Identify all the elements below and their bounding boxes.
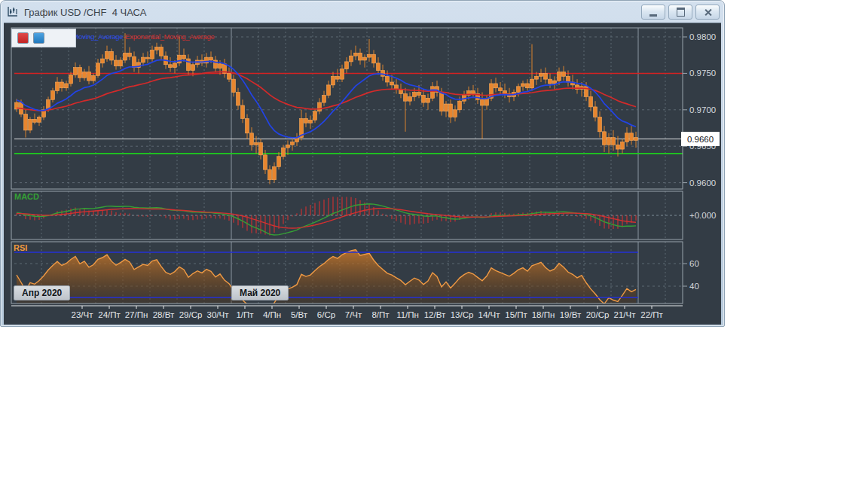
minimize-button[interactable] — [641, 5, 665, 20]
restore-icon — [677, 8, 685, 17]
macd-layer — [17, 197, 636, 235]
minimize-icon — [649, 14, 657, 17]
current-price-badge: 0.9660 — [681, 132, 720, 146]
date-tick-label: 29/Ср — [179, 310, 203, 319]
chart-canvas[interactable]: 0.98000.97500.97000.96500.9600+0.0006040… — [4, 23, 721, 325]
price-tick-label: 0.9700 — [689, 105, 716, 114]
window-title: График USD /CHF 4 ЧАСА — [24, 7, 146, 18]
legend-box — [11, 29, 76, 47]
month-badge-may: Май 2020 — [231, 285, 289, 300]
price-tick-label: 0.9750 — [689, 69, 716, 78]
ema-fast-line — [17, 59, 636, 138]
rsi-tick-label: 40 — [689, 282, 699, 291]
macd-line — [17, 204, 636, 235]
candles-layer — [15, 33, 638, 184]
date-tick-label: 6/Ср — [317, 310, 335, 319]
date-tick-label: 5/Вт — [291, 310, 308, 319]
chart-client: 0.98000.97500.97000.96500.9600+0.0006040… — [4, 23, 721, 325]
date-tick-label: 8/Пт — [371, 310, 390, 319]
red-series-button[interactable] — [17, 32, 29, 44]
date-tick-label: 14/Чт — [478, 310, 501, 319]
month-badge-april: Апр 2020 — [14, 285, 70, 300]
macd-signal-line — [17, 209, 636, 228]
date-tick-label: 24/Пт — [98, 310, 121, 319]
close-button[interactable] — [695, 5, 720, 20]
price-tick-label: 0.9600 — [689, 178, 716, 188]
chart-window: График USD /CHF 4 ЧАСА 0.98000.97500.970… — [0, 0, 725, 327]
date-tick-label: 30/Чт — [207, 310, 230, 319]
date-tick-label: 21/Чт — [614, 310, 637, 319]
restore-button[interactable] — [668, 5, 692, 20]
date-tick-label: 20/Ср — [586, 310, 610, 319]
date-tick-label: 11/Пн — [396, 310, 419, 319]
window-controls — [641, 5, 720, 20]
ema-slow-line — [17, 72, 636, 111]
date-axis: 23/Чт24/Пт27/Пн28/Вт29/Ср30/Чт1/Пт4/Пн5/… — [11, 306, 683, 319]
date-tick-label: 27/Пн — [125, 310, 148, 319]
date-tick-label: 18/Пн — [532, 310, 555, 319]
macd-zero-label: +0.000 — [689, 211, 717, 220]
legend-ema-slow-label: Exponential_Moving_Average — [125, 32, 214, 41]
date-tick-label: 15/Пт — [505, 310, 527, 319]
rsi-tick-label: 60 — [689, 259, 699, 268]
blue-series-button[interactable] — [33, 32, 44, 44]
ema-layer — [17, 59, 636, 138]
date-tick-label: 19/Вт — [560, 310, 582, 319]
date-tick-label: 28/Вт — [153, 310, 175, 319]
date-tick-label: 4/Пн — [263, 310, 281, 319]
date-tick-label: 23/Чт — [72, 310, 94, 319]
close-icon — [704, 8, 712, 17]
rsi-panel-label: RSI — [14, 243, 27, 252]
date-tick-label: 7/Чт — [345, 310, 362, 319]
macd-panel-label: MACD — [14, 192, 39, 201]
price-axis: 0.98000.97500.97000.96500.9600+0.0006040 — [683, 32, 717, 291]
titlebar[interactable]: График USD /CHF 4 ЧАСА — [6, 3, 720, 21]
price-tick-label: 0.9800 — [689, 32, 716, 41]
price-levels — [14, 73, 683, 153]
rsi-layer — [14, 250, 638, 313]
date-tick-label: 13/Ср — [451, 310, 474, 319]
date-tick-label: 22/Пт — [640, 310, 663, 319]
date-tick-label: 1/Пт — [236, 310, 254, 319]
app-icon — [6, 6, 19, 18]
date-tick-label: 12/Вт — [424, 310, 446, 319]
